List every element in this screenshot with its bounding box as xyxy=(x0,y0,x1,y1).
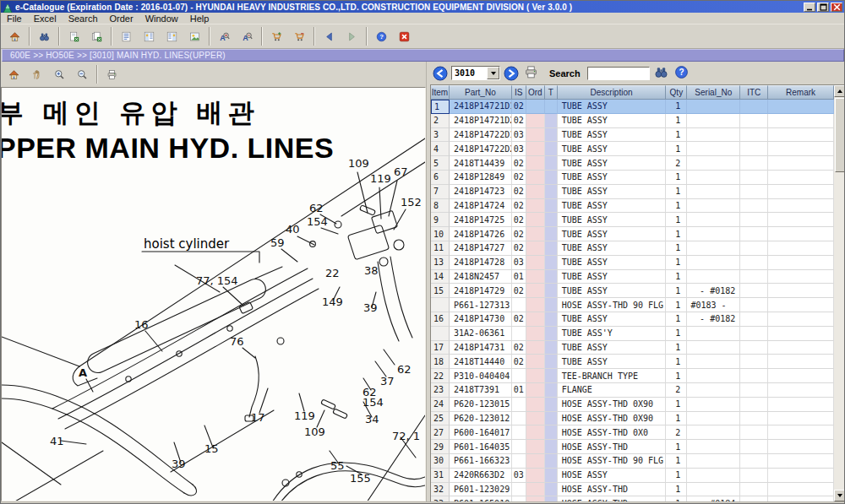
vertical-scrollbar[interactable] xyxy=(834,85,845,501)
page-select[interactable]: 3010 xyxy=(451,66,500,80)
view-report-button[interactable] xyxy=(115,25,138,47)
cell-serial_no xyxy=(687,454,740,469)
menu-file[interactable]: File xyxy=(1,13,28,24)
cell-item: 17 xyxy=(431,341,450,355)
table-row[interactable]: 62418P1284902TUBE ASSY1 xyxy=(431,171,834,185)
export-excel-multi-button[interactable] xyxy=(85,25,108,47)
cell-remark xyxy=(768,171,834,185)
cell-item: 3 xyxy=(431,128,450,143)
exit-button[interactable] xyxy=(393,25,416,47)
parts-toolbar: 3010 Search xyxy=(430,62,845,85)
scrollbar-thumb[interactable] xyxy=(835,98,845,172)
table-row[interactable]: 152418P1472902TUBE ASSY1- #0182 xyxy=(431,284,834,298)
print-button[interactable] xyxy=(101,63,123,85)
menu-window[interactable]: Window xyxy=(139,13,184,24)
toolbar-separator xyxy=(29,27,30,46)
search-input[interactable] xyxy=(587,67,650,80)
table-row[interactable]: 232418T739101FLANGE2 xyxy=(431,383,834,398)
table-row[interactable]: 182418T1444002TUBE ASSY1 xyxy=(431,355,834,369)
table-row[interactable]: 132418P1472803TUBE ASSY1 xyxy=(431,256,834,270)
table-row[interactable]: 24P620-123015HOSE ASSY-THD 0X901 xyxy=(431,398,834,412)
parts-help-button[interactable] xyxy=(673,65,690,82)
table-row[interactable]: 82418P1472402TUBE ASSY1 xyxy=(431,199,834,214)
cell-t xyxy=(545,398,558,412)
view-image-button[interactable] xyxy=(183,25,206,47)
view-split-2-button[interactable] xyxy=(161,25,183,47)
minimize-button[interactable] xyxy=(804,3,815,12)
diagram-label-72-1: 72, 1 xyxy=(392,430,420,442)
prev-page-button[interactable] xyxy=(433,66,448,81)
table-row[interactable]: P661-127313HOSE ASSY-THD 90 FLG1#0183 - xyxy=(431,298,834,312)
exit-icon xyxy=(399,29,410,45)
cell-itc xyxy=(740,256,768,270)
home-button[interactable] xyxy=(3,63,25,85)
search-go-button[interactable] xyxy=(653,65,670,82)
menu-excel[interactable]: Excel xyxy=(28,13,63,24)
table-row[interactable]: 102418P1472602TUBE ASSY1 xyxy=(431,227,834,241)
table-row[interactable]: 25P620-123012HOSE ASSY-THD 0X901 xyxy=(431,412,834,426)
table-row[interactable]: 312420R663D203HOSE ASSY1 xyxy=(431,469,834,483)
table-row[interactable]: 172418P1473102TUBE ASSY1 xyxy=(431,341,834,355)
table-row[interactable]: 92418P1472502TUBE ASSY1 xyxy=(431,213,834,227)
table-row[interactable]: 112418P1472702TUBE ASSY1 xyxy=(431,241,834,256)
scroll-down-button[interactable] xyxy=(834,490,845,501)
table-row[interactable]: 52418T1443902TUBE ASSY2 xyxy=(431,156,834,171)
view-split-1-icon xyxy=(144,29,155,45)
cart-add-button[interactable] xyxy=(265,25,288,47)
table-row[interactable]: 32P601-123029HOSE ASSY-THD1 xyxy=(431,483,834,497)
cell-is: 03 xyxy=(512,128,526,143)
menu-search[interactable]: Search xyxy=(63,13,104,24)
table-row[interactable]: 162418P1473002TUBE ASSY1- #0182 xyxy=(431,312,834,327)
cell-part_no: P620-123012 xyxy=(450,412,512,426)
view-split-1-button[interactable] xyxy=(138,25,161,47)
diagram-label-154: 154 xyxy=(363,396,384,409)
maximize-button[interactable] xyxy=(817,3,829,12)
font-zoom-in-button[interactable] xyxy=(213,25,236,47)
cell-description: HOSE ASSY xyxy=(558,469,667,483)
scroll-up-button[interactable] xyxy=(834,85,845,97)
table-row[interactable]: 12418P14721D102TUBE ASSY1 xyxy=(431,100,834,114)
table-row[interactable]: 32418P14722D103TUBE ASSY1 xyxy=(431,128,834,143)
export-excel-multi-icon xyxy=(91,29,102,45)
page-select-dropdown-button[interactable] xyxy=(487,67,499,79)
pan-hand-button[interactable] xyxy=(25,63,48,85)
table-row[interactable]: 142418N245701TUBE ASSY1 xyxy=(431,270,834,285)
table-row[interactable]: 27P600-164017HOSE ASSY-THD 0X02 xyxy=(431,425,834,440)
cell-part_no: P601-164035 xyxy=(450,440,512,454)
table-row[interactable]: 31A2-06361TUBE ASS'Y1 xyxy=(431,327,834,341)
menu-order[interactable]: Order xyxy=(104,13,139,24)
home-button[interactable] xyxy=(3,25,26,47)
zoom-out-button[interactable] xyxy=(71,63,94,85)
zoom-in-button[interactable] xyxy=(48,63,71,85)
column-header-qty: Qty xyxy=(666,85,687,100)
nav-next-icon xyxy=(504,66,519,81)
cell-description: HOSE ASSY-THD xyxy=(558,483,667,497)
table-row[interactable]: 22P310-040404TEE-BRANCH TYPE1 xyxy=(431,369,834,383)
search-binoculars-button[interactable] xyxy=(33,25,56,47)
diagram-canvas[interactable]: 부 메인 유압 배관 PPER MAIN HYD. LINES hoist cy… xyxy=(1,87,426,501)
cell-itc xyxy=(740,312,768,327)
table-row[interactable]: 29P601-164035HOSE ASSY-THD1 xyxy=(431,440,834,454)
next-page-button[interactable] xyxy=(504,66,519,81)
help-button[interactable] xyxy=(370,25,393,47)
close-button[interactable] xyxy=(831,3,842,12)
cell-is: 02 xyxy=(512,241,526,256)
font-zoom-out-button[interactable] xyxy=(236,25,259,47)
nav-forward-button[interactable] xyxy=(341,25,363,47)
menu-help[interactable]: Help xyxy=(184,13,215,24)
table-row[interactable]: 22418P14721D202TUBE ASSY1 xyxy=(431,114,834,128)
cell-part_no: 2418P14721D2 xyxy=(450,114,512,128)
nav-back-button[interactable] xyxy=(318,25,341,47)
export-excel-button[interactable] xyxy=(63,25,85,47)
cell-part_no: 2418P14723 xyxy=(450,185,512,199)
cart-add-icon xyxy=(271,29,282,45)
cart-remove-button[interactable] xyxy=(288,25,311,47)
cell-t xyxy=(545,171,558,185)
diagram-title-english: PPER MAIN HYD. LINES xyxy=(2,132,334,164)
table-row[interactable]: 72418P1472302TUBE ASSY1 xyxy=(431,185,834,199)
table-row[interactable]: 42418P14722D203TUBE ASSY1 xyxy=(431,142,834,156)
table-row[interactable]: 30P661-166323HOSE ASSY-THD 90 FLG1 xyxy=(431,454,834,469)
titlebar[interactable]: e-Catalogue (Expiration Date : 2016-01-0… xyxy=(1,1,844,13)
menubar: FileExcelSearchOrderWindowHelp xyxy=(1,13,844,24)
print-button[interactable] xyxy=(522,65,539,82)
